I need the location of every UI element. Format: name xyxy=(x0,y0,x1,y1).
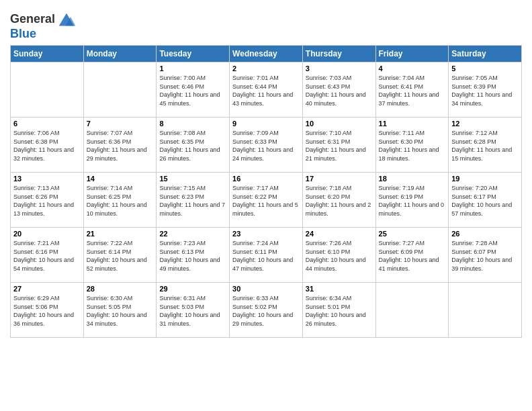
day-info: Sunrise: 7:00 AM Sunset: 6:46 PM Dayligh… xyxy=(159,74,226,107)
day-number: 27 xyxy=(13,285,81,293)
day-cell: 19Sunrise: 7:20 AM Sunset: 6:17 PM Dayli… xyxy=(449,173,522,228)
calendar-table: SundayMondayTuesdayWednesdayThursdayFrid… xyxy=(10,45,522,338)
day-info: Sunrise: 7:15 AM Sunset: 6:23 PM Dayligh… xyxy=(159,184,226,218)
day-number: 4 xyxy=(379,64,446,73)
day-number: 15 xyxy=(159,175,226,183)
day-info: Sunrise: 7:09 AM Sunset: 6:33 PM Dayligh… xyxy=(232,129,300,163)
day-number: 20 xyxy=(13,230,81,238)
header-row: SundayMondayTuesdayWednesdayThursdayFrid… xyxy=(11,46,522,62)
day-number: 21 xyxy=(87,230,154,238)
day-cell: 12Sunrise: 7:12 AM Sunset: 6:28 PM Dayli… xyxy=(449,118,522,173)
day-cell: 25Sunrise: 7:27 AM Sunset: 6:09 PM Dayli… xyxy=(375,228,449,283)
day-info: Sunrise: 6:33 AM Sunset: 5:02 PM Dayligh… xyxy=(232,294,300,328)
day-info: Sunrise: 7:19 AM Sunset: 6:19 PM Dayligh… xyxy=(379,184,446,218)
day-info: Sunrise: 7:06 AM Sunset: 6:38 PM Dayligh… xyxy=(13,129,81,163)
day-cell: 15Sunrise: 7:15 AM Sunset: 6:23 PM Dayli… xyxy=(157,173,230,228)
week-row-5: 27Sunrise: 6:29 AM Sunset: 5:06 PM Dayli… xyxy=(11,283,522,338)
day-cell xyxy=(449,283,522,338)
day-cell: 14Sunrise: 7:14 AM Sunset: 6:25 PM Dayli… xyxy=(83,173,157,228)
day-number: 28 xyxy=(87,285,154,293)
day-info: Sunrise: 7:28 AM Sunset: 6:07 PM Dayligh… xyxy=(451,239,519,273)
day-cell: 4Sunrise: 7:04 AM Sunset: 6:41 PM Daylig… xyxy=(375,62,449,118)
day-info: Sunrise: 7:21 AM Sunset: 6:16 PM Dayligh… xyxy=(13,239,81,273)
day-number: 12 xyxy=(451,120,519,128)
day-cell: 10Sunrise: 7:10 AM Sunset: 6:31 PM Dayli… xyxy=(302,118,375,173)
day-number: 31 xyxy=(306,285,373,293)
day-cell: 9Sunrise: 7:09 AM Sunset: 6:33 PM Daylig… xyxy=(230,118,303,173)
day-cell xyxy=(83,62,157,118)
day-cell: 18Sunrise: 7:19 AM Sunset: 6:19 PM Dayli… xyxy=(375,173,449,228)
day-cell xyxy=(375,283,449,338)
week-row-3: 13Sunrise: 7:13 AM Sunset: 6:26 PM Dayli… xyxy=(11,173,522,228)
day-number: 17 xyxy=(306,175,373,183)
header-cell-saturday: Saturday xyxy=(449,46,522,62)
header-cell-thursday: Thursday xyxy=(302,46,375,62)
day-info: Sunrise: 6:30 AM Sunset: 5:05 PM Dayligh… xyxy=(87,294,154,328)
day-info: Sunrise: 7:04 AM Sunset: 6:41 PM Dayligh… xyxy=(379,74,446,107)
day-cell: 3Sunrise: 7:03 AM Sunset: 6:43 PM Daylig… xyxy=(302,62,375,118)
day-info: Sunrise: 7:22 AM Sunset: 6:14 PM Dayligh… xyxy=(87,239,154,273)
day-info: Sunrise: 7:18 AM Sunset: 6:20 PM Dayligh… xyxy=(306,184,373,218)
week-row-2: 6Sunrise: 7:06 AM Sunset: 6:38 PM Daylig… xyxy=(11,118,522,173)
day-number: 25 xyxy=(379,230,446,238)
day-info: Sunrise: 7:05 AM Sunset: 6:39 PM Dayligh… xyxy=(451,74,519,107)
day-info: Sunrise: 6:34 AM Sunset: 5:01 PM Dayligh… xyxy=(306,294,373,328)
day-info: Sunrise: 7:24 AM Sunset: 6:11 PM Dayligh… xyxy=(232,239,300,273)
day-info: Sunrise: 7:03 AM Sunset: 6:43 PM Dayligh… xyxy=(306,74,373,107)
day-number: 13 xyxy=(13,175,81,183)
header-cell-tuesday: Tuesday xyxy=(157,46,230,62)
week-row-4: 20Sunrise: 7:21 AM Sunset: 6:16 PM Dayli… xyxy=(11,228,522,283)
day-cell: 13Sunrise: 7:13 AM Sunset: 6:26 PM Dayli… xyxy=(11,173,84,228)
day-cell: 30Sunrise: 6:33 AM Sunset: 5:02 PM Dayli… xyxy=(230,283,303,338)
page: General Blue SundayMondayTuesdayWednesda… xyxy=(0,0,532,411)
day-cell: 31Sunrise: 6:34 AM Sunset: 5:01 PM Dayli… xyxy=(302,283,375,338)
day-number: 29 xyxy=(159,285,226,293)
header-cell-wednesday: Wednesday xyxy=(230,46,303,62)
day-info: Sunrise: 7:14 AM Sunset: 6:25 PM Dayligh… xyxy=(87,184,154,218)
header-cell-monday: Monday xyxy=(83,46,157,62)
day-info: Sunrise: 6:31 AM Sunset: 5:03 PM Dayligh… xyxy=(159,294,226,328)
logo: General Blue xyxy=(10,9,77,41)
week-row-1: 1Sunrise: 7:00 AM Sunset: 6:46 PM Daylig… xyxy=(11,62,522,118)
day-number: 8 xyxy=(159,120,226,128)
day-number: 5 xyxy=(451,64,519,73)
day-cell: 1Sunrise: 7:00 AM Sunset: 6:46 PM Daylig… xyxy=(157,62,230,118)
header: General Blue xyxy=(10,7,522,41)
day-cell: 22Sunrise: 7:23 AM Sunset: 6:13 PM Dayli… xyxy=(157,228,230,283)
day-number: 10 xyxy=(306,120,373,128)
day-info: Sunrise: 7:23 AM Sunset: 6:13 PM Dayligh… xyxy=(159,239,226,273)
day-number: 24 xyxy=(306,230,373,238)
day-number: 19 xyxy=(451,175,519,183)
day-cell: 7Sunrise: 7:07 AM Sunset: 6:36 PM Daylig… xyxy=(83,118,157,173)
day-number: 26 xyxy=(451,230,519,238)
day-number: 18 xyxy=(379,175,446,183)
day-info: Sunrise: 7:12 AM Sunset: 6:28 PM Dayligh… xyxy=(451,129,519,163)
day-info: Sunrise: 7:26 AM Sunset: 6:10 PM Dayligh… xyxy=(306,239,373,273)
day-cell: 17Sunrise: 7:18 AM Sunset: 6:20 PM Dayli… xyxy=(302,173,375,228)
day-cell: 11Sunrise: 7:11 AM Sunset: 6:30 PM Dayli… xyxy=(375,118,449,173)
day-info: Sunrise: 7:10 AM Sunset: 6:31 PM Dayligh… xyxy=(306,129,373,163)
day-info: Sunrise: 7:17 AM Sunset: 6:22 PM Dayligh… xyxy=(232,184,300,218)
day-number: 1 xyxy=(159,64,226,73)
day-cell: 21Sunrise: 7:22 AM Sunset: 6:14 PM Dayli… xyxy=(83,228,157,283)
day-cell: 20Sunrise: 7:21 AM Sunset: 6:16 PM Dayli… xyxy=(11,228,84,283)
logo-icon xyxy=(56,9,77,30)
day-info: Sunrise: 6:29 AM Sunset: 5:06 PM Dayligh… xyxy=(13,294,81,328)
day-number: 22 xyxy=(159,230,226,238)
day-info: Sunrise: 7:27 AM Sunset: 6:09 PM Dayligh… xyxy=(379,239,446,273)
day-number: 16 xyxy=(232,175,300,183)
day-number: 7 xyxy=(87,120,154,128)
day-cell: 24Sunrise: 7:26 AM Sunset: 6:10 PM Dayli… xyxy=(302,228,375,283)
day-cell: 6Sunrise: 7:06 AM Sunset: 6:38 PM Daylig… xyxy=(11,118,84,173)
day-info: Sunrise: 7:07 AM Sunset: 6:36 PM Dayligh… xyxy=(87,129,154,163)
day-info: Sunrise: 7:01 AM Sunset: 6:44 PM Dayligh… xyxy=(232,74,300,107)
day-number: 2 xyxy=(232,64,300,73)
day-number: 30 xyxy=(232,285,300,293)
day-number: 23 xyxy=(232,230,300,238)
day-cell: 16Sunrise: 7:17 AM Sunset: 6:22 PM Dayli… xyxy=(230,173,303,228)
header-cell-sunday: Sunday xyxy=(11,46,84,62)
day-number: 14 xyxy=(87,175,154,183)
day-number: 6 xyxy=(13,120,81,128)
day-cell: 26Sunrise: 7:28 AM Sunset: 6:07 PM Dayli… xyxy=(449,228,522,283)
day-info: Sunrise: 7:11 AM Sunset: 6:30 PM Dayligh… xyxy=(379,129,446,163)
